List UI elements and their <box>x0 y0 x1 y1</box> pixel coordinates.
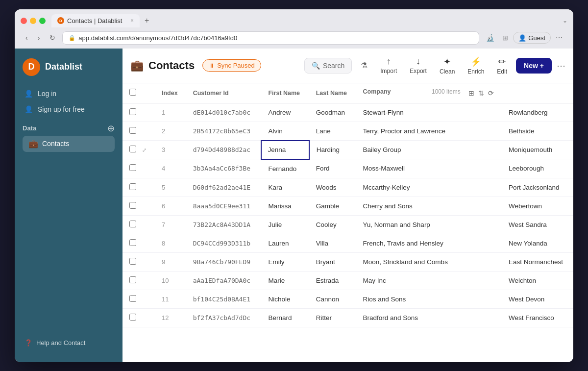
table-row[interactable]: 1dE014d010c7ab0cAndrewGoodmanStewart-Fly… <box>122 103 573 122</box>
table-row[interactable]: 43b3Aa4aCc68f3BeFernandoFordMoss-Maxwell… <box>122 159 573 178</box>
clean-label: Clean <box>440 68 455 75</box>
tab-overflow-icon[interactable]: ⌄ <box>563 17 567 24</box>
row-expand-cell <box>140 290 155 308</box>
table-row[interactable]: 12bf2fA37cbAd7dDcBernardRitterBradford a… <box>122 308 573 327</box>
row-checkbox[interactable] <box>129 146 136 152</box>
tab-close-button[interactable]: × <box>130 17 134 24</box>
row-index: 2 <box>155 122 186 141</box>
row-checkbox[interactable] <box>129 202 136 209</box>
user-avatar[interactable]: 👤 Guest <box>513 32 551 44</box>
section-label: Data <box>23 124 36 132</box>
table-row[interactable]: 5D60df62ad2ae41EKaraWoodsMccarthy-Kelley… <box>122 178 573 197</box>
row-company: French, Travis and Hensley <box>356 234 502 252</box>
address-bar[interactable]: 🔒 app.datablist.com/d/anonymous/7df3d47d… <box>62 31 479 45</box>
browser-chrome: D Contacts | Datablist × + ⌄ ‹ › ↻ 🔒 app… <box>15 9 573 49</box>
row-expand-cell <box>140 215 155 234</box>
back-button[interactable]: ‹ <box>23 32 31 44</box>
minimize-window-button[interactable] <box>30 18 36 24</box>
new-tab-button[interactable]: + <box>142 15 152 26</box>
row-city: Webertown <box>502 197 573 215</box>
row-checkbox[interactable] <box>129 221 136 227</box>
row-index: 9 <box>155 252 186 271</box>
row-customer-id: bf104C25d0BA4E1 <box>186 290 262 308</box>
filter-button[interactable]: ⚗ <box>357 58 371 73</box>
row-checkbox[interactable] <box>129 108 136 115</box>
add-section-button[interactable]: ⊕ <box>107 123 115 134</box>
edit-button[interactable]: ✏ Edit <box>493 54 511 77</box>
row-city: Bethside <box>502 122 573 141</box>
new-label: New <box>524 62 538 70</box>
row-first-name: Alvin <box>261 122 309 141</box>
browser-more-button[interactable]: ⋯ <box>553 32 565 44</box>
contacts-label: Contacts <box>42 140 69 148</box>
row-checkbox-cell <box>122 103 140 122</box>
contacts-icon: 💼 <box>28 139 38 148</box>
tab-bar: D Contacts | Datablist × + ⌄ <box>51 14 567 27</box>
row-city: Moniquemouth <box>502 141 573 159</box>
columns-toggle-button[interactable]: ⊞ <box>467 88 475 98</box>
row-first-name: Andrew <box>261 103 309 122</box>
row-checkbox-cell <box>122 159 140 178</box>
row-expand-cell <box>140 234 155 252</box>
sidebar-item-help[interactable]: ❓ Help and Contact <box>19 335 119 350</box>
refresh-button[interactable]: ↻ <box>47 32 58 44</box>
forward-button[interactable]: › <box>35 32 43 44</box>
enrich-button[interactable]: ⚡ Enrich <box>464 54 488 77</box>
history-button[interactable]: ⟳ <box>487 88 495 98</box>
new-button[interactable]: New + <box>516 58 552 74</box>
table-row[interactable]: 68aaa5d0CE9ee311MarissaGambleCherry and … <box>122 197 573 215</box>
export-button[interactable]: ↓ Export <box>406 54 431 76</box>
filter-icon: ⚗ <box>361 61 368 70</box>
row-checkbox[interactable] <box>129 295 136 302</box>
search-button[interactable]: 🔍 Search <box>304 58 352 74</box>
row-first-name: Julie <box>261 215 309 234</box>
more-options-button[interactable]: ⋯ <box>557 60 565 71</box>
row-checkbox[interactable] <box>129 164 136 171</box>
active-tab[interactable]: D Contacts | Datablist × <box>51 14 140 27</box>
table-row[interactable]: ⤢3d794Dd48988d2acJennaHardingBailey Grou… <box>122 141 573 159</box>
table-row[interactable]: 10aAa1EDfaA70DA0cMarieEstradaMay IncWelc… <box>122 271 573 290</box>
row-index: 1 <box>155 103 186 122</box>
sidebar-item-login[interactable]: 👤 Log in <box>19 86 119 101</box>
sync-icon: ⏸ <box>209 62 215 69</box>
row-city: West Devon <box>502 290 573 308</box>
row-expand-cell <box>140 103 155 122</box>
table-row[interactable]: 11bf104C25d0BA4E1NicholeCannonRios and S… <box>122 290 573 308</box>
clean-button[interactable]: ✦ Clean <box>436 54 459 77</box>
traffic-lights <box>21 18 46 24</box>
table-row[interactable]: 22B54172c8b65eC3AlvinLaneTerry, Proctor … <box>122 122 573 141</box>
login-icon: 👤 <box>24 90 33 98</box>
main-content: 💼 Contacts ⏸ Sync Paused 🔍 Search ⚗ ↑ Im… <box>122 49 573 362</box>
row-expand-cell <box>140 197 155 215</box>
row-checkbox[interactable] <box>129 239 136 246</box>
table-row[interactable]: 99Ba746Cb790FED9EmilyBryantMoon, Strickl… <box>122 252 573 271</box>
split-view-button[interactable]: ⊞ <box>499 32 511 44</box>
table-row[interactable]: 773B22Ac8A43DD1AJulieCooleyYu, Norman an… <box>122 215 573 234</box>
select-all-checkbox[interactable] <box>129 89 136 96</box>
table-header-row: Index Customer Id First Name Last Name <box>122 83 573 103</box>
import-button[interactable]: ↑ Import <box>376 54 401 76</box>
row-company: Terry, Proctor and Lawrence <box>356 122 502 141</box>
sync-paused-badge[interactable]: ⏸ Sync Paused <box>202 59 261 72</box>
extensions-button[interactable]: 🔬 <box>483 32 497 44</box>
close-window-button[interactable] <box>21 18 27 24</box>
row-index: 7 <box>155 215 186 234</box>
expand-icon[interactable]: ⤢ <box>142 147 147 153</box>
sort-button[interactable]: ⇅ <box>477 88 485 98</box>
page-title: Contacts <box>148 59 195 72</box>
row-checkbox[interactable] <box>129 127 136 134</box>
row-first-name: Emily <box>261 252 309 271</box>
row-checkbox[interactable] <box>129 314 136 321</box>
signup-icon: 👤 <box>24 105 33 113</box>
row-checkbox-cell <box>122 234 140 252</box>
table-row[interactable]: 8DC94CCd993D311bLaurenVillaFrench, Travi… <box>122 234 573 252</box>
row-company: Bradford and Sons <box>356 308 502 327</box>
sidebar-item-signup[interactable]: 👤 Sign up for free <box>19 101 119 117</box>
row-checkbox[interactable] <box>129 183 136 190</box>
user-label: Guest <box>528 34 545 42</box>
sidebar-item-contacts[interactable]: 💼 Contacts <box>23 136 115 152</box>
row-checkbox[interactable] <box>129 276 136 283</box>
maximize-window-button[interactable] <box>39 18 46 24</box>
row-customer-id: d794Dd48988d2ac <box>186 141 262 159</box>
row-checkbox[interactable] <box>129 258 136 265</box>
